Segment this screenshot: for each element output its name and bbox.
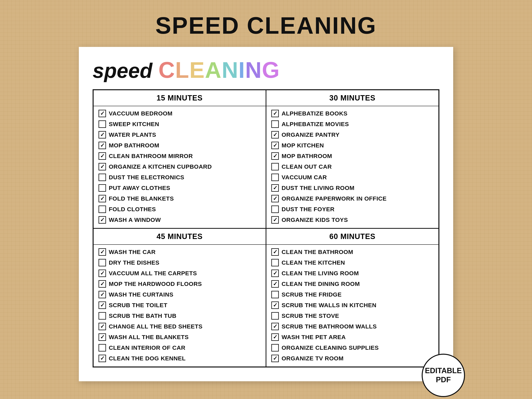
checkbox[interactable] [99,280,106,288]
checkbox[interactable] [99,291,106,298]
checkbox[interactable] [271,205,279,213]
checkbox[interactable] [271,259,279,266]
section-30min: 30 MINUTESALPHEBATIZE BOOKSALPHEBATIZE M… [266,90,439,228]
checkbox[interactable] [271,323,279,330]
checkbox[interactable] [271,291,279,298]
list-item[interactable]: MOP THE HARDWOOD FLOORS [99,280,261,288]
checkbox[interactable] [99,216,106,224]
checkbox[interactable] [99,163,106,171]
list-item[interactable]: ORGANIZE A KITCHEN CUPBOARD [99,163,261,171]
checkbox[interactable] [271,120,279,128]
list-item[interactable]: MOP BATHROOM [99,142,261,149]
checkbox[interactable] [99,174,106,181]
list-item[interactable]: ORGANIZE PANTRY [271,131,433,139]
checkbox[interactable] [99,184,106,192]
list-item[interactable]: SCRUB THE TOILET [99,301,261,309]
checkbox[interactable] [99,270,106,277]
checkbox[interactable] [99,312,106,320]
list-item[interactable]: CLEAN THE KITCHEN [271,259,433,266]
checkbox[interactable] [271,131,279,139]
list-item[interactable]: CLEAN THE DINING ROOM [271,280,433,288]
checkbox[interactable] [271,280,279,288]
checkbox[interactable] [99,195,106,202]
check-label: SCRUB THE WALLS IN KITCHEN [282,302,376,309]
check-label: DRY THE DISHES [109,259,159,266]
check-label: FOLD THE BLANKETS [109,195,174,202]
checkbox[interactable] [271,301,279,309]
checkbox[interactable] [271,333,279,341]
list-item[interactable]: SWEEP KITCHEN [99,120,261,128]
list-item[interactable]: WASH A WINDOW [99,216,261,224]
checkbox[interactable] [99,344,106,352]
list-item[interactable]: MOP KITCHEN [271,142,433,149]
checkbox[interactable] [99,205,106,213]
list-item[interactable]: CLEAN THE LIVING ROOM [271,270,433,277]
list-item[interactable]: ORGANIZE TV ROOM [271,355,433,362]
list-item[interactable]: PUT AWAY CLOTHES [99,184,261,192]
list-item[interactable]: CLEAN BATHROOM MIRROR [99,152,261,160]
checkbox[interactable] [271,355,279,362]
list-item[interactable]: WASH THE CURTAINS [99,291,261,298]
check-label: ORGANIZE PAPERWORK IN OFFICE [282,195,386,202]
checkbox[interactable] [271,152,279,160]
checkbox[interactable] [99,248,106,256]
checkbox[interactable] [271,174,279,181]
list-item[interactable]: FOLD THE BLANKETS [99,195,261,202]
list-item[interactable]: CLEAN THE BATHROOM [271,248,433,256]
list-item[interactable]: DUST THE ELECTRONICS [99,174,261,181]
list-item[interactable]: CHANGE ALL THE BED SHEETS [99,323,261,330]
list-item[interactable]: CLEAN INTERIOR OF CAR [99,344,261,352]
checkbox[interactable] [99,355,106,362]
list-item[interactable]: SCRUB THE FRIDGE [271,291,433,298]
list-item[interactable]: FOLD CLOTHES [99,205,261,213]
list-item[interactable]: VACCUUM CAR [271,174,433,181]
checkbox[interactable] [99,110,106,117]
checkbox[interactable] [99,323,106,330]
checkbox[interactable] [271,270,279,277]
list-item[interactable]: DUST THE FOYER [271,205,433,213]
checkbox[interactable] [271,344,279,352]
list-item[interactable]: CLEAN THE DOG KENNEL [99,355,261,362]
list-item[interactable]: ORGANIZE PAPERWORK IN OFFICE [271,195,433,202]
list-item[interactable]: SCRUB THE BATH TUB [99,312,261,320]
checkbox[interactable] [271,184,279,192]
list-item[interactable]: DRY THE DISHES [99,259,261,266]
checkbox[interactable] [99,259,106,266]
list-item[interactable]: ALPHEBATIZE BOOKS [271,110,433,117]
checkbox[interactable] [271,142,279,149]
list-item[interactable]: SCRUB THE WALLS IN KITCHEN [271,301,433,309]
check-label: MOP THE HARDWOOD FLOORS [109,281,202,287]
card-title: speed CLEANING [93,59,439,81]
list-item[interactable]: VACCUUM BEDROOM [99,110,261,117]
checkbox[interactable] [271,312,279,320]
checkbox[interactable] [99,301,106,309]
list-item[interactable]: WASH THE PET AREA [271,333,433,341]
check-label: CLEAN THE DOG KENNEL [109,355,186,362]
letter-n1: N [222,57,238,82]
list-item[interactable]: WATER PLANTS [99,131,261,139]
section-body-60min: CLEAN THE BATHROOMCLEAN THE KITCHENCLEAN… [266,245,438,367]
list-item[interactable]: MOP BATHROOM [271,152,433,160]
checkbox[interactable] [271,248,279,256]
checkbox[interactable] [271,216,279,224]
checkbox[interactable] [99,152,106,160]
list-item[interactable]: CLEAN OUT CAR [271,163,433,171]
list-item[interactable]: ORGANIZE CLEANING SUPPLIES [271,344,433,352]
list-item[interactable]: SCRUB THE BATHROOM WALLS [271,323,433,330]
check-label: CLEAN THE LIVING ROOM [282,270,359,277]
checkbox[interactable] [271,163,279,171]
checkbox[interactable] [271,195,279,202]
list-item[interactable]: WASH ALL THE BLANKETS [99,333,261,341]
checkbox[interactable] [99,120,106,128]
list-item[interactable]: SCRUB THE STOVE [271,312,433,320]
list-item[interactable]: WASH THE CAR [99,248,261,256]
checkbox[interactable] [271,110,279,117]
checkbox[interactable] [99,131,106,139]
list-item[interactable]: ALPHEBATIZE MOVIES [271,120,433,128]
list-item[interactable]: VACCUUM ALL THE CARPETS [99,270,261,277]
check-label: WASH ALL THE BLANKETS [109,334,189,341]
checkbox[interactable] [99,142,106,149]
list-item[interactable]: DUST THE LIVING ROOM [271,184,433,192]
checkbox[interactable] [99,333,106,341]
list-item[interactable]: ORGANIZE KIDS TOYS [271,216,433,224]
